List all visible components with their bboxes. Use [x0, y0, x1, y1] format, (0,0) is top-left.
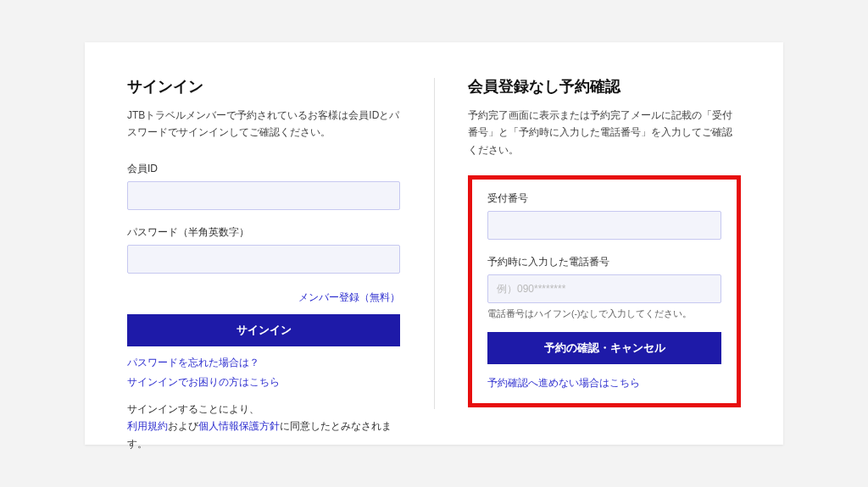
register-link-row: メンバー登録（無料）	[127, 289, 400, 304]
signin-column: サインイン JTBトラベルメンバーで予約されているお客様は会員IDとパスワードで…	[127, 76, 434, 411]
signin-button[interactable]: サインイン	[127, 314, 400, 346]
register-link[interactable]: メンバー登録（無料）	[298, 292, 400, 302]
password-input[interactable]	[127, 245, 400, 274]
confirm-booking-button[interactable]: 予約の確認・キャンセル	[487, 332, 721, 364]
privacy-link[interactable]: 個人情報保護方針	[198, 421, 280, 431]
password-label: パスワード（半角英数字）	[127, 225, 400, 240]
member-id-label: 会員ID	[127, 162, 400, 176]
signin-help-link[interactable]: サインインでお困りの方はこちら	[127, 376, 400, 389]
receipt-field: 受付番号	[487, 191, 721, 240]
phone-input[interactable]	[487, 274, 721, 303]
phone-label: 予約時に入力した電話番号	[487, 255, 721, 269]
booking-trouble-link[interactable]: 予約確認へ進めない場合はこちら	[487, 378, 640, 388]
terms-text: サインインすることにより、 利用規約および個人情報保護方針に同意したとみなされま…	[127, 401, 400, 453]
signin-title: サインイン	[127, 76, 400, 97]
terms-mid: および	[168, 421, 198, 431]
guest-desc: 予約完了画面に表示または予約完了メールに記載の「受付番号」と「予約時に入力した電…	[468, 107, 741, 158]
guest-column: 会員登録なし予約確認 予約完了画面に表示または予約完了メールに記載の「受付番号」…	[434, 76, 741, 411]
terms-prefix: サインインすることにより、	[127, 404, 259, 414]
member-id-input[interactable]	[127, 181, 400, 210]
signin-desc: JTBトラベルメンバーで予約されているお客様は会員IDとパスワードでサインインし…	[127, 107, 400, 141]
highlight-box: 受付番号 予約時に入力した電話番号 電話番号はハイフン(-)なしで入力してくださ…	[468, 175, 741, 407]
member-id-field: 会員ID	[127, 162, 400, 210]
terms-link[interactable]: 利用規約	[127, 421, 168, 431]
signin-help-links: パスワードを忘れた場合は？ サインインでお困りの方はこちら	[127, 357, 400, 389]
forgot-password-link[interactable]: パスワードを忘れた場合は？	[127, 357, 400, 369]
guest-title: 会員登録なし予約確認	[468, 76, 741, 97]
receipt-input[interactable]	[487, 211, 721, 240]
receipt-label: 受付番号	[487, 191, 721, 206]
password-field: パスワード（半角英数字）	[127, 225, 400, 274]
phone-field: 予約時に入力した電話番号	[487, 255, 721, 303]
phone-note: 電話番号はハイフン(-)なしで入力してください。	[487, 308, 721, 320]
login-card: サインイン JTBトラベルメンバーで予約されているお客様は会員IDとパスワードで…	[85, 42, 783, 445]
